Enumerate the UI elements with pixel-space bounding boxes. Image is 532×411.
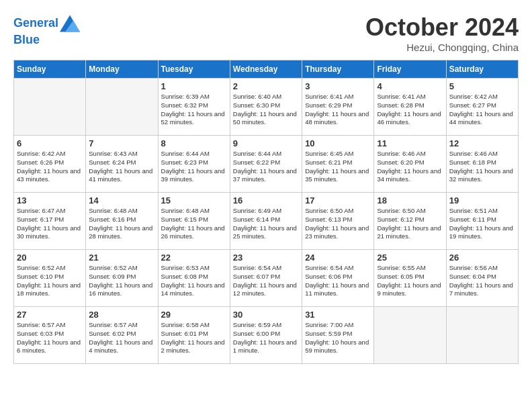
calendar-cell: 5Sunrise: 6:42 AM Sunset: 6:27 PM Daylig… — [446, 79, 518, 136]
calendar-cell: 23Sunrise: 6:54 AM Sunset: 6:07 PM Dayli… — [230, 250, 302, 307]
calendar-cell: 27Sunrise: 6:57 AM Sunset: 6:03 PM Dayli… — [14, 307, 86, 364]
calendar-header-row: SundayMondayTuesdayWednesdayThursdayFrid… — [14, 60, 519, 79]
calendar-cell: 26Sunrise: 6:56 AM Sunset: 6:04 PM Dayli… — [446, 250, 518, 307]
calendar-cell: 30Sunrise: 6:59 AM Sunset: 6:00 PM Dayli… — [230, 307, 302, 364]
day-number: 2 — [233, 81, 299, 91]
logo-text: General Blue — [13, 13, 80, 47]
day-number: 1 — [161, 81, 227, 91]
day-number: 9 — [233, 138, 299, 148]
day-number: 14 — [89, 195, 154, 205]
day-details: Sunrise: 6:53 AM Sunset: 6:08 PM Dayligh… — [161, 264, 227, 298]
calendar-cell: 15Sunrise: 6:48 AM Sunset: 6:15 PM Dayli… — [158, 193, 230, 250]
calendar-cell: 12Sunrise: 6:46 AM Sunset: 6:18 PM Dayli… — [446, 136, 518, 193]
day-number: 21 — [89, 253, 154, 263]
calendar-cell: 21Sunrise: 6:52 AM Sunset: 6:09 PM Dayli… — [86, 250, 158, 307]
calendar-week-4: 20Sunrise: 6:52 AM Sunset: 6:10 PM Dayli… — [14, 250, 519, 307]
day-details: Sunrise: 6:58 AM Sunset: 6:01 PM Dayligh… — [161, 321, 227, 355]
day-details: Sunrise: 6:54 AM Sunset: 6:06 PM Dayligh… — [305, 264, 371, 298]
day-details: Sunrise: 6:39 AM Sunset: 6:32 PM Dayligh… — [161, 93, 227, 127]
calendar-week-5: 27Sunrise: 6:57 AM Sunset: 6:03 PM Dayli… — [14, 307, 519, 364]
day-details: Sunrise: 6:46 AM Sunset: 6:18 PM Dayligh… — [449, 150, 515, 184]
calendar-cell — [86, 79, 158, 136]
weekday-header-wednesday: Wednesday — [230, 60, 302, 79]
day-details: Sunrise: 6:44 AM Sunset: 6:23 PM Dayligh… — [161, 150, 227, 184]
day-details: Sunrise: 6:40 AM Sunset: 6:30 PM Dayligh… — [233, 93, 299, 127]
day-number: 27 — [17, 310, 83, 320]
day-number: 23 — [233, 253, 299, 263]
calendar-cell: 16Sunrise: 6:49 AM Sunset: 6:14 PM Dayli… — [230, 193, 302, 250]
day-number: 6 — [17, 138, 83, 148]
day-number: 29 — [161, 310, 227, 320]
calendar-cell — [374, 307, 446, 364]
day-details: Sunrise: 6:42 AM Sunset: 6:26 PM Dayligh… — [17, 150, 83, 184]
calendar-cell: 22Sunrise: 6:53 AM Sunset: 6:08 PM Dayli… — [158, 250, 230, 307]
day-number: 22 — [161, 253, 227, 263]
day-number: 11 — [377, 138, 443, 148]
day-number: 10 — [305, 138, 371, 148]
calendar-body: 1Sunrise: 6:39 AM Sunset: 6:32 PM Daylig… — [14, 79, 519, 364]
day-details: Sunrise: 6:44 AM Sunset: 6:22 PM Dayligh… — [233, 150, 299, 184]
weekday-header-tuesday: Tuesday — [158, 60, 230, 79]
logo: General Blue — [13, 13, 80, 47]
calendar-cell: 4Sunrise: 6:41 AM Sunset: 6:28 PM Daylig… — [374, 79, 446, 136]
calendar-cell: 24Sunrise: 6:54 AM Sunset: 6:06 PM Dayli… — [302, 250, 374, 307]
weekday-header-friday: Friday — [374, 60, 446, 79]
calendar-cell: 8Sunrise: 6:44 AM Sunset: 6:23 PM Daylig… — [158, 136, 230, 193]
day-details: Sunrise: 7:00 AM Sunset: 5:59 PM Dayligh… — [305, 321, 371, 355]
day-number: 17 — [305, 195, 371, 205]
day-number: 7 — [89, 138, 154, 148]
calendar-cell: 10Sunrise: 6:45 AM Sunset: 6:21 PM Dayli… — [302, 136, 374, 193]
calendar-cell: 17Sunrise: 6:50 AM Sunset: 6:13 PM Dayli… — [302, 193, 374, 250]
calendar-cell: 2Sunrise: 6:40 AM Sunset: 6:30 PM Daylig… — [230, 79, 302, 136]
day-details: Sunrise: 6:46 AM Sunset: 6:20 PM Dayligh… — [377, 150, 443, 184]
calendar-cell: 14Sunrise: 6:48 AM Sunset: 6:16 PM Dayli… — [86, 193, 158, 250]
day-number: 16 — [233, 195, 299, 205]
day-details: Sunrise: 6:48 AM Sunset: 6:15 PM Dayligh… — [161, 207, 227, 241]
day-details: Sunrise: 6:49 AM Sunset: 6:14 PM Dayligh… — [233, 207, 299, 241]
weekday-header-saturday: Saturday — [446, 60, 518, 79]
day-number: 18 — [377, 195, 443, 205]
weekday-header-monday: Monday — [86, 60, 158, 79]
title-block: October 2024 Hezui, Chongqing, China — [365, 13, 519, 53]
calendar-cell — [14, 79, 86, 136]
day-number: 8 — [161, 138, 227, 148]
calendar-cell: 28Sunrise: 6:57 AM Sunset: 6:02 PM Dayli… — [86, 307, 158, 364]
day-number: 3 — [305, 81, 371, 91]
day-number: 25 — [377, 253, 443, 263]
day-number: 4 — [377, 81, 443, 91]
calendar-cell: 1Sunrise: 6:39 AM Sunset: 6:32 PM Daylig… — [158, 79, 230, 136]
day-details: Sunrise: 6:42 AM Sunset: 6:27 PM Dayligh… — [449, 93, 515, 127]
calendar-table: SundayMondayTuesdayWednesdayThursdayFrid… — [13, 60, 519, 364]
calendar-week-2: 6Sunrise: 6:42 AM Sunset: 6:26 PM Daylig… — [14, 136, 519, 193]
day-details: Sunrise: 6:55 AM Sunset: 6:05 PM Dayligh… — [377, 264, 443, 298]
calendar-cell: 25Sunrise: 6:55 AM Sunset: 6:05 PM Dayli… — [374, 250, 446, 307]
day-number: 12 — [449, 138, 515, 148]
day-number: 15 — [161, 195, 227, 205]
day-details: Sunrise: 6:57 AM Sunset: 6:03 PM Dayligh… — [17, 321, 83, 355]
day-details: Sunrise: 6:43 AM Sunset: 6:24 PM Dayligh… — [89, 150, 154, 184]
day-number: 31 — [305, 310, 371, 320]
day-number: 20 — [17, 253, 83, 263]
day-details: Sunrise: 6:57 AM Sunset: 6:02 PM Dayligh… — [89, 321, 154, 355]
weekday-header-thursday: Thursday — [302, 60, 374, 79]
calendar-cell: 18Sunrise: 6:50 AM Sunset: 6:12 PM Dayli… — [374, 193, 446, 250]
month-title: October 2024 — [365, 13, 519, 42]
calendar-cell: 6Sunrise: 6:42 AM Sunset: 6:26 PM Daylig… — [14, 136, 86, 193]
logo-general: General — [13, 16, 58, 30]
calendar-cell: 31Sunrise: 7:00 AM Sunset: 5:59 PM Dayli… — [302, 307, 374, 364]
day-number: 28 — [89, 310, 154, 320]
day-details: Sunrise: 6:52 AM Sunset: 6:10 PM Dayligh… — [17, 264, 83, 298]
location: Hezui, Chongqing, China — [365, 42, 519, 53]
day-details: Sunrise: 6:45 AM Sunset: 6:21 PM Dayligh… — [305, 150, 371, 184]
calendar-cell: 13Sunrise: 6:47 AM Sunset: 6:17 PM Dayli… — [14, 193, 86, 250]
calendar-cell: 29Sunrise: 6:58 AM Sunset: 6:01 PM Dayli… — [158, 307, 230, 364]
day-details: Sunrise: 6:59 AM Sunset: 6:00 PM Dayligh… — [233, 321, 299, 355]
day-details: Sunrise: 6:48 AM Sunset: 6:16 PM Dayligh… — [89, 207, 154, 241]
day-number: 13 — [17, 195, 83, 205]
calendar-cell: 20Sunrise: 6:52 AM Sunset: 6:10 PM Dayli… — [14, 250, 86, 307]
calendar-cell — [446, 307, 518, 364]
day-details: Sunrise: 6:52 AM Sunset: 6:09 PM Dayligh… — [89, 264, 154, 298]
day-details: Sunrise: 6:47 AM Sunset: 6:17 PM Dayligh… — [17, 207, 83, 241]
calendar-cell: 11Sunrise: 6:46 AM Sunset: 6:20 PM Dayli… — [374, 136, 446, 193]
day-details: Sunrise: 6:50 AM Sunset: 6:13 PM Dayligh… — [305, 207, 371, 241]
